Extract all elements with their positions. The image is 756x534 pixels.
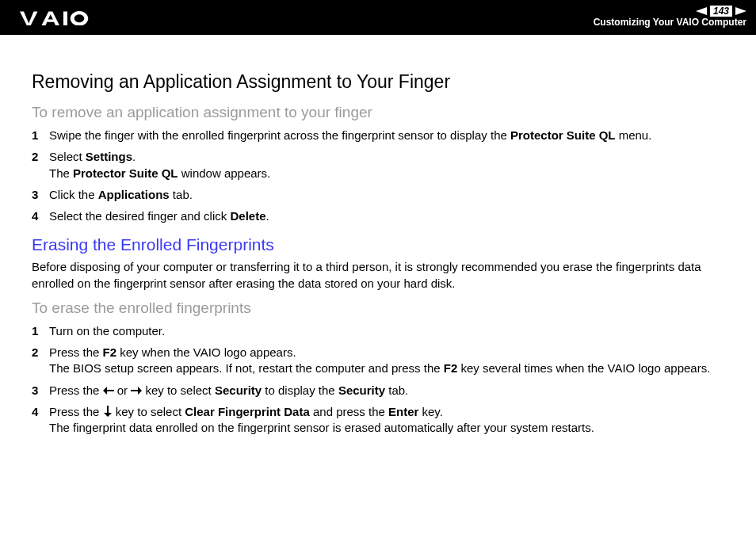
step-item: Select the desired finger and click Dele… (32, 208, 724, 224)
bold: Security (338, 383, 385, 397)
bold: Security (215, 383, 262, 397)
page-title: Removing an Application Assignment to Yo… (32, 71, 724, 93)
arrow-right-icon (131, 386, 142, 395)
text: . (132, 150, 136, 163)
step-item: Press the or key to select Security to d… (32, 383, 724, 399)
text: and press the (310, 405, 388, 418)
bold: Protector Suite QL (73, 166, 178, 180)
bold: Delete (230, 209, 265, 223)
bold: F2 (444, 361, 458, 375)
step-item: Swipe the finger with the enrolled finge… (32, 128, 724, 143)
text: menu. (616, 128, 652, 142)
page-content: Removing an Application Assignment to Yo… (0, 35, 756, 457)
steps-erase-fingerprints: Turn on the computer. Press the F2 key w… (32, 323, 724, 437)
vaio-logo (16, 10, 103, 25)
step-item: Click the Applications tab. (32, 187, 724, 203)
text: to display the (262, 383, 338, 397)
text: Select the desired finger and click (49, 209, 230, 223)
steps-remove-assignment: Swipe the finger with the enrolled finge… (32, 128, 724, 224)
text: Swipe the finger with the enrolled finge… (49, 128, 510, 142)
text: key several times when the VAIO logo app… (457, 361, 710, 375)
page-number: 143 (710, 6, 732, 17)
text: Select (49, 150, 86, 163)
next-page-arrow-icon[interactable] (735, 7, 746, 15)
text: The BIOS setup screen appears. If not, r… (49, 361, 444, 375)
text: key to select (113, 405, 185, 418)
arrow-down-icon (103, 406, 113, 417)
section-title: Customizing Your VAIO Computer (594, 17, 746, 29)
text: The (49, 166, 73, 180)
bold: Applications (98, 188, 170, 201)
prev-page-arrow-icon[interactable] (696, 7, 707, 15)
text: key to select (142, 383, 215, 397)
text: key when the VAIO logo appears. (116, 345, 296, 359)
text: or (114, 383, 132, 397)
svg-rect-0 (63, 12, 67, 26)
text: The fingerprint data enrolled on the fin… (49, 421, 594, 434)
bold: Clear Fingerprint Data (185, 405, 310, 418)
page-navigator: 143 (594, 6, 746, 17)
bold: F2 (103, 345, 117, 359)
body-paragraph: Before disposing of your computer or tra… (32, 259, 724, 292)
arrow-left-icon (103, 386, 114, 395)
header-right: 143 Customizing Your VAIO Computer (594, 6, 746, 29)
bold: Settings (86, 150, 132, 163)
header-bar: 143 Customizing Your VAIO Computer (0, 0, 756, 35)
step-item: Select Settings. The Protector Suite QL … (32, 149, 724, 181)
subheading-erase: To erase the enrolled fingerprints (32, 299, 724, 317)
text: . (266, 209, 269, 223)
text: Click the (49, 188, 98, 201)
text: Turn on the computer. (49, 324, 165, 338)
text: Press the (49, 345, 103, 359)
bold: Enter (388, 405, 418, 418)
subheading-erasing: Erasing the Enrolled Fingerprints (32, 235, 724, 254)
text: Press the (49, 405, 103, 418)
step-item: Press the key to select Clear Fingerprin… (32, 404, 724, 437)
step-item: Turn on the computer. (32, 323, 724, 339)
text: Press the (49, 383, 103, 397)
step-item: Press the F2 key when the VAIO logo appe… (32, 345, 724, 377)
bold: Protector Suite QL (510, 128, 616, 142)
text: key. (418, 405, 443, 418)
text: tab. (385, 383, 408, 397)
subheading-remove: To remove an application assignment to y… (32, 104, 724, 121)
text: tab. (170, 188, 193, 201)
text: window appears. (178, 166, 271, 180)
